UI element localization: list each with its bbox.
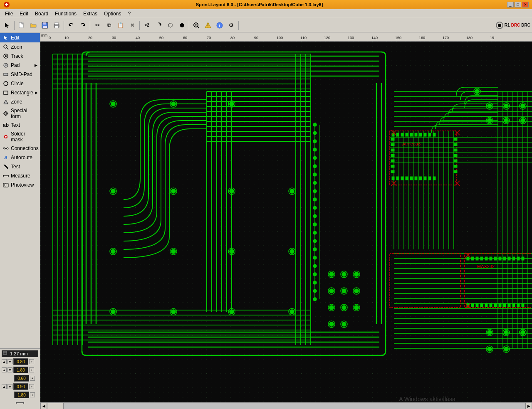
sidebar-item-special-form[interactable]: Special form	[0, 106, 40, 121]
maximize-button[interactable]: □	[515, 2, 521, 7]
track-width-input[interactable]	[13, 358, 28, 365]
cut-btn[interactable]: ✂	[92, 20, 103, 31]
scroll-right-btn[interactable]: ▶	[525, 403, 532, 409]
pad-inner-input[interactable]	[14, 392, 29, 398]
menu-edit[interactable]: Edit	[16, 10, 32, 17]
ruler-160: 160	[419, 36, 425, 40]
svg-rect-217	[428, 133, 431, 136]
sidebar-item-text[interactable]: ab Text	[0, 121, 40, 130]
close-button[interactable]: ✕	[522, 2, 529, 7]
pcb-svg[interactable]: Atmega8	[40, 42, 532, 402]
pcb-canvas-area[interactable]: Atmega8	[40, 42, 532, 402]
paste-btn[interactable]: 📋	[115, 20, 126, 31]
sidebar-item-autoroute[interactable]: A Autoroute	[0, 153, 40, 162]
rotate-btn[interactable]	[153, 20, 164, 31]
open-btn[interactable]	[28, 20, 39, 31]
track-add-btn[interactable]: +	[29, 359, 34, 364]
sidebar-item-track[interactable]: Track	[0, 52, 40, 61]
copy-btn[interactable]: ⧉	[104, 20, 114, 31]
horizontal-scrollbar[interactable]: ◀ ▶	[40, 402, 532, 409]
svg-point-103	[313, 140, 317, 143]
drc-label: DRC	[511, 23, 520, 27]
sidebar-item-rectangle[interactable]: Rectangle ▶	[0, 88, 40, 97]
parameter-controls: 1,27 mm ▲ ▼ + ▲ ▼ + +	[0, 348, 40, 408]
svg-rect-26	[4, 73, 8, 76]
rect-arrow-icon: ▶	[35, 91, 38, 95]
radio-1[interactable]	[496, 22, 503, 29]
scroll-track[interactable]	[47, 403, 525, 409]
print-btn[interactable]	[51, 20, 62, 31]
via-arrow-up[interactable]: ▲	[2, 367, 7, 372]
svg-point-127	[230, 102, 234, 106]
pad-outer-input[interactable]	[13, 383, 28, 390]
svg-line-36	[4, 165, 8, 169]
svg-point-331	[521, 330, 525, 335]
svg-rect-213	[410, 133, 413, 136]
sidebar-item-pad[interactable]: Pad ▶	[0, 61, 40, 70]
svg-point-139	[171, 249, 176, 254]
sidebar-track-label: Track	[11, 53, 23, 59]
svg-point-42	[5, 184, 7, 186]
ruler-150: 150	[395, 36, 401, 40]
info-btn[interactable]: i	[214, 20, 225, 31]
sidebar-item-smd-pad[interactable]: SMD-Pad	[0, 70, 40, 79]
sidebar-item-test[interactable]: Test	[0, 162, 40, 171]
via-arrow-down[interactable]: ▼	[7, 367, 12, 372]
svg-marker-29	[4, 100, 8, 104]
sidebar-item-measure[interactable]: Measure	[0, 171, 40, 180]
mirror-btn[interactable]: ×2	[141, 20, 152, 31]
scroll-thumb[interactable]	[47, 403, 64, 409]
svg-rect-45	[3, 353, 5, 355]
svg-rect-256	[490, 257, 492, 260]
menu-options[interactable]: Options	[101, 10, 124, 17]
svg-rect-261	[512, 257, 515, 260]
via-inner-input[interactable]	[14, 375, 29, 382]
pad-arrow-up[interactable]: ▲	[2, 384, 7, 389]
group-btn[interactable]: ⬡	[165, 20, 176, 31]
svg-marker-48	[16, 402, 18, 404]
zoom-btn[interactable]	[191, 20, 202, 31]
settings-btn[interactable]: ⚙	[226, 20, 237, 31]
sidebar-item-photoview[interactable]: Photoview	[0, 180, 40, 190]
new-btn[interactable]	[16, 20, 27, 31]
delete-btn[interactable]: ✕	[127, 20, 138, 31]
ungroup-btn[interactable]: ⬢	[176, 20, 187, 31]
save-btn[interactable]	[40, 20, 50, 31]
menu-functions[interactable]: Functions	[52, 10, 80, 17]
svg-point-143	[290, 249, 294, 254]
ruler-80: 80	[230, 36, 235, 40]
track-arrow-down[interactable]: ▼	[7, 359, 12, 364]
redo-btn[interactable]	[77, 20, 88, 31]
via-outer-input[interactable]	[13, 367, 28, 373]
svg-rect-6	[55, 22, 58, 25]
via-add-btn[interactable]: +	[29, 367, 34, 372]
scroll-left-btn[interactable]: ◀	[40, 403, 47, 409]
menu-help[interactable]: ?	[124, 10, 134, 17]
sidebar-item-zoom[interactable]: Zoom	[0, 42, 40, 52]
minimize-button[interactable]: _	[507, 2, 514, 7]
via-inner-add[interactable]: +	[30, 376, 35, 381]
via-outer-row: ▲ ▼ +	[2, 366, 38, 374]
sidebar-zoom-label: Zoom	[11, 44, 24, 50]
menu-file[interactable]: File	[2, 10, 16, 17]
svg-point-323	[521, 118, 525, 123]
sidebar-item-edit[interactable]: Edit	[0, 33, 40, 42]
menu-board[interactable]: Board	[32, 10, 52, 17]
ruler-130: 130	[348, 36, 354, 40]
toolbar-sep-1	[14, 21, 15, 30]
track-arrow-up[interactable]: ▲	[2, 359, 7, 364]
sidebar-item-solder-mask[interactable]: Solder mask	[0, 130, 40, 144]
autoroute-icon-btn[interactable]	[203, 20, 213, 31]
menu-extras[interactable]: Extras	[80, 10, 101, 17]
svg-rect-271	[499, 303, 501, 307]
sidebar-item-connections[interactable]: Connections	[0, 144, 40, 153]
sidebar-item-circle[interactable]: Circle	[0, 79, 40, 88]
svg-point-105	[313, 156, 317, 160]
pad-add-btn[interactable]: +	[29, 384, 34, 389]
pad-inner-add[interactable]: +	[30, 392, 35, 397]
sidebar-item-zone[interactable]: Zone	[0, 97, 40, 106]
cursor-tool-btn[interactable]	[2, 20, 12, 31]
pad-arrow-down[interactable]: ▼	[7, 384, 12, 389]
undo-btn[interactable]	[66, 20, 77, 31]
svg-point-122	[313, 298, 317, 301]
